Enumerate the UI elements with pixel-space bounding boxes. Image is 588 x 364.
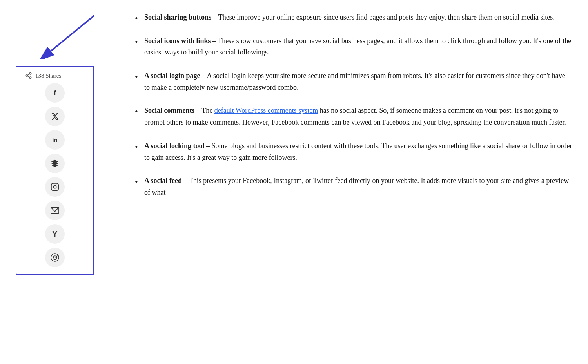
yummly-share-button[interactable]: Y (45, 224, 65, 244)
share-count-text: 138 Shares (35, 72, 61, 79)
email-share-button[interactable] (45, 201, 65, 220)
instagram-icon (51, 183, 59, 191)
svg-point-9 (56, 185, 57, 185)
svg-point-13 (53, 257, 54, 258)
arrow-container (16, 12, 102, 63)
twitter-share-button[interactable] (45, 107, 65, 126)
share-icon (25, 72, 32, 79)
svg-rect-7 (51, 183, 58, 190)
text-social-sharing: These improve your online exposure since… (218, 13, 555, 21)
text-social-feed: This presents your Facebook, Instagram, … (144, 177, 569, 196)
arrow-icon (39, 12, 102, 59)
dash-2: – (200, 72, 207, 80)
facebook-share-button[interactable]: f (45, 83, 65, 103)
dash-0: – (211, 13, 218, 21)
svg-point-2 (29, 73, 31, 75)
term-social-sharing: Social sharing buttons (144, 13, 211, 21)
twitter-icon (51, 112, 59, 121)
term-social-feed: A social feed (144, 177, 182, 185)
dash-5: – (182, 177, 189, 185)
buffer-icon (51, 159, 59, 168)
list-item-social-login: A social login page – A social login kee… (133, 70, 572, 93)
dash-4: – (205, 142, 212, 150)
content-area: Social sharing buttons – These improve y… (133, 12, 572, 275)
linkedin-icon: in (52, 137, 57, 143)
list-item-sharing-buttons: Social sharing buttons – These improve y… (133, 12, 572, 24)
svg-point-8 (53, 185, 56, 188)
share-widget: 138 Shares f in (16, 66, 94, 275)
dash-1: – (211, 37, 218, 45)
text-social-login: A social login keeps your site more secu… (144, 72, 565, 91)
list-item-social-locking: A social locking tool – Some blogs and b… (133, 140, 572, 163)
yummly-icon: Y (52, 230, 57, 239)
share-count-row: 138 Shares (24, 72, 61, 79)
list-item-social-icons: Social icons with links – These show cus… (133, 35, 572, 58)
dash-comments: – The (194, 107, 214, 114)
svg-line-5 (27, 76, 29, 77)
left-column: 138 Shares f in (16, 12, 118, 275)
linkedin-share-button[interactable]: in (45, 130, 65, 150)
reddit-share-button[interactable] (45, 248, 65, 267)
svg-point-4 (29, 77, 31, 79)
svg-line-6 (27, 74, 29, 75)
buffer-share-button[interactable] (45, 154, 65, 173)
reddit-icon (50, 253, 60, 262)
wordpress-comments-link[interactable]: default WordPress comments system (214, 107, 318, 114)
email-icon (51, 206, 59, 214)
list-item-social-feed: A social feed – This presents your Faceb… (133, 175, 572, 198)
term-social-locking: A social locking tool (144, 142, 205, 150)
social-buttons-list: f in (24, 83, 86, 267)
svg-line-1 (51, 16, 94, 51)
facebook-icon: f (54, 89, 56, 97)
list-item-social-comments: Social comments – The default WordPress … (133, 105, 572, 128)
term-social-comments: Social comments (144, 107, 194, 114)
svg-point-3 (26, 75, 28, 77)
instagram-share-button[interactable] (45, 177, 65, 197)
svg-point-14 (56, 257, 56, 258)
feature-list: Social sharing buttons – These improve y… (133, 12, 572, 199)
svg-point-11 (51, 254, 59, 261)
term-social-icons: Social icons with links (144, 37, 211, 45)
term-social-login: A social login page (144, 72, 200, 80)
